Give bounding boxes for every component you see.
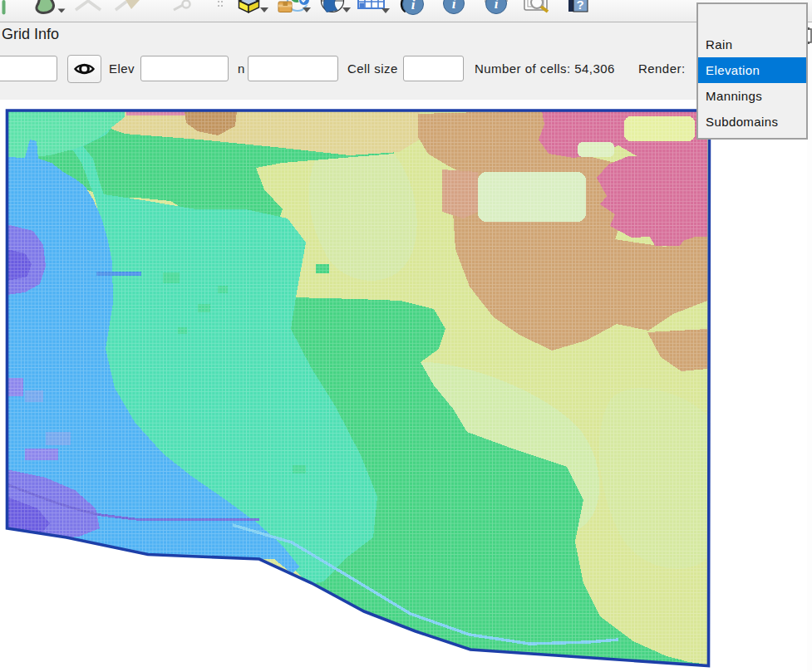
svg-text:i: i [411,0,416,12]
svg-text:?: ? [576,0,583,12]
svg-text:i: i [452,0,456,12]
svg-text:i: i [495,0,499,12]
